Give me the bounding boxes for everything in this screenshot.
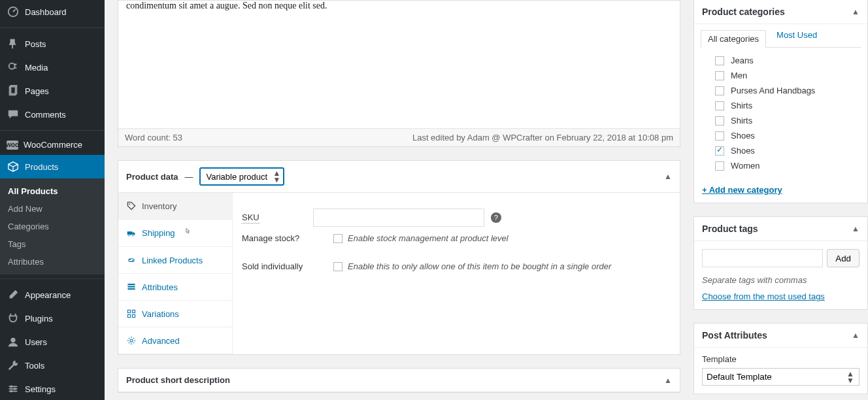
add-new-category-link[interactable]: + Add new category	[702, 185, 782, 195]
sidebar-item-products[interactable]: Products	[0, 155, 105, 178]
dashboard-icon	[7, 5, 20, 18]
sold-individually-hint: Enable this to only allow one of this it…	[348, 261, 611, 271]
svg-point-18	[132, 234, 134, 236]
choose-tags-link[interactable]: Choose from the most used tags	[702, 292, 825, 301]
svg-rect-22	[127, 310, 130, 312]
tab-label: Shipping	[142, 228, 175, 238]
tags-hint: Separate tags with commas	[694, 275, 867, 292]
sidebar-item-plugins[interactable]: Plugins	[0, 307, 105, 330]
category-checkbox[interactable]	[715, 161, 724, 171]
category-label: Shoes	[731, 131, 755, 141]
wrench-icon	[7, 359, 20, 372]
panel-toggle-icon[interactable]: ▲	[852, 224, 860, 233]
svg-point-15	[129, 203, 130, 205]
product-data-header: Product data — Variable product ▲▼ ▲	[118, 161, 680, 193]
sidebar-item-posts[interactable]: Posts	[0, 27, 105, 56]
gear-icon	[7, 382, 20, 395]
submenu-all-products[interactable]: All Products	[0, 182, 105, 200]
sidebar-label: Media	[25, 63, 48, 73]
list-icon	[126, 282, 137, 292]
category-item[interactable]: Shoes	[702, 143, 860, 158]
sidebar-item-pages[interactable]: Pages	[0, 79, 105, 103]
category-item[interactable]: Women	[702, 158, 860, 173]
sidebar-label: Settings	[25, 384, 56, 394]
category-checkbox[interactable]	[715, 86, 724, 95]
media-icon	[7, 61, 20, 74]
sidebar-item-users[interactable]: Users	[0, 330, 105, 354]
category-checkbox[interactable]	[715, 71, 724, 80]
product-tags-box: Product tags ▲ Add Separate tags with co…	[693, 216, 868, 310]
gear-icon	[126, 335, 137, 346]
tab-label: Attributes	[142, 282, 178, 292]
tab-attributes[interactable]: Attributes	[118, 274, 232, 301]
category-item[interactable]: Men	[702, 68, 860, 83]
grid-icon	[126, 308, 137, 319]
tab-shipping[interactable]: Shipping	[118, 220, 232, 247]
category-item[interactable]: Shirts	[702, 113, 860, 128]
content-editor: condimentum sit amet a augue. Sed non ne…	[118, 0, 680, 147]
category-item[interactable]: Purses And Handbags	[702, 83, 860, 98]
sidebar-label: Users	[25, 337, 47, 347]
submenu-add-new[interactable]: Add New	[0, 200, 105, 218]
sidebar-item-media[interactable]: Media	[0, 56, 105, 79]
panel-toggle-icon[interactable]: ▲	[852, 331, 860, 340]
post-attributes-box: Post Attributes ▲ Template Default Templ…	[693, 323, 868, 394]
sidebar-label: Appearance	[25, 290, 71, 300]
tab-label: Inventory	[142, 201, 176, 211]
panel-toggle-icon[interactable]: ▲	[852, 7, 860, 16]
svg-point-9	[14, 388, 16, 390]
tags-title: Product tags	[702, 224, 758, 234]
template-select[interactable]: Default Template	[702, 368, 860, 386]
help-icon[interactable]: ?	[491, 212, 501, 223]
tab-label: Linked Products	[142, 256, 203, 265]
svg-rect-25	[132, 314, 135, 317]
category-item[interactable]: Shoes	[702, 128, 860, 143]
tag-icon	[126, 201, 137, 211]
last-edited: Last edited by Adam @ WPCrafter on Febru…	[412, 133, 673, 142]
short-description-panel: Product short description ▲	[118, 368, 680, 393]
tab-advanced[interactable]: Advanced	[118, 327, 232, 354]
sku-input[interactable]	[313, 208, 484, 227]
post-attributes-title: Post Attributes	[702, 330, 767, 341]
box-icon	[7, 160, 20, 173]
pin-icon	[7, 37, 20, 50]
category-item[interactable]: Shirts	[702, 98, 860, 113]
tab-most-used[interactable]: Most Used	[769, 30, 825, 48]
category-item[interactable]: Jeans	[702, 53, 860, 68]
sold-individually-checkbox[interactable]	[333, 262, 342, 271]
editor-body[interactable]: condimentum sit amet a augue. Sed non ne…	[118, 1, 680, 128]
tags-input[interactable]	[702, 249, 823, 267]
sidebar-item-woocommerce[interactable]: woo WooCommerce	[0, 130, 105, 155]
tab-linked-products[interactable]: Linked Products	[118, 247, 232, 274]
product-type-select[interactable]: Variable product	[199, 167, 284, 186]
tab-all-categories[interactable]: All categories	[701, 30, 766, 48]
submenu-tags[interactable]: Tags	[0, 235, 105, 253]
manage-stock-checkbox[interactable]	[333, 234, 342, 243]
category-checkbox[interactable]	[715, 131, 724, 141]
admin-sidebar: Dashboard Posts Media Pages Comments woo…	[0, 0, 105, 400]
sidebar-item-comments[interactable]: Comments	[0, 103, 105, 126]
sidebar-item-tools[interactable]: Tools	[0, 354, 105, 377]
svg-rect-19	[127, 284, 135, 285]
tab-variations[interactable]: Variations	[118, 301, 232, 327]
panel-toggle-icon[interactable]: ▲	[664, 172, 672, 181]
submenu-categories[interactable]: Categories	[0, 218, 105, 235]
svg-rect-16	[127, 231, 133, 235]
panel-toggle-icon[interactable]: ▲	[664, 376, 672, 385]
svg-point-26	[130, 339, 133, 342]
woo-icon: woo	[7, 141, 18, 150]
category-checkbox[interactable]	[715, 56, 724, 65]
sidebar-label: Dashboard	[25, 7, 67, 17]
submenu-attributes[interactable]: Attributes	[0, 253, 105, 271]
sidebar-item-settings[interactable]: Settings	[0, 377, 105, 400]
category-checkbox[interactable]	[715, 146, 724, 156]
tab-inventory[interactable]: Inventory	[118, 193, 232, 220]
link-icon	[126, 255, 137, 265]
sidebar-item-appearance[interactable]: Appearance	[0, 278, 105, 307]
add-tag-button[interactable]: Add	[827, 249, 860, 267]
truck-icon	[126, 228, 137, 239]
sidebar-item-dashboard[interactable]: Dashboard	[0, 0, 105, 24]
category-checkbox[interactable]	[715, 101, 724, 110]
category-checkbox[interactable]	[715, 116, 724, 125]
svg-point-8	[10, 386, 13, 388]
